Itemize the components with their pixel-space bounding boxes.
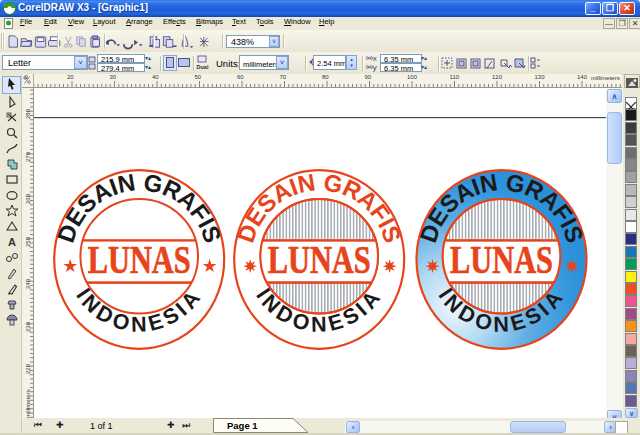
svg-text:LUNAS: LUNAS	[450, 237, 553, 282]
svg-text:A: A	[8, 236, 16, 248]
svg-text:LUNAS: LUNAS	[268, 237, 371, 282]
svg-text:Page 1: Page 1	[227, 420, 258, 431]
svg-text:Dual: Dual	[197, 64, 209, 70]
svg-text:LUNAS: LUNAS	[88, 237, 191, 282]
